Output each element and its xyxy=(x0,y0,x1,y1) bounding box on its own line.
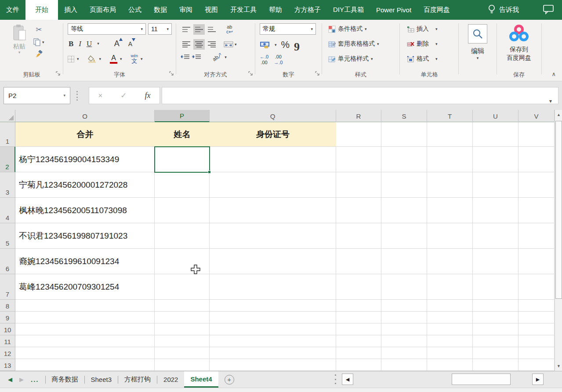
cell-U9[interactable] xyxy=(473,312,518,323)
align-top-button[interactable] xyxy=(181,24,192,35)
row-header-12[interactable]: 12 xyxy=(0,347,15,359)
decrease-decimal-button[interactable]: .00 →.0 xyxy=(274,54,283,65)
cell-R6[interactable] xyxy=(336,249,381,274)
cell-S3[interactable] xyxy=(381,172,427,198)
row-header-2[interactable]: 2 xyxy=(0,147,15,172)
delete-cells-button[interactable]: 删除 ▾ xyxy=(407,40,438,48)
fill-color-button[interactable] xyxy=(88,55,97,63)
more-sheets-button[interactable]: ... xyxy=(31,376,39,383)
shrink-font-button[interactable]: A xyxy=(128,40,132,47)
formula-bar-expand-icon[interactable]: ▾ xyxy=(549,98,552,104)
cell-U13[interactable] xyxy=(473,359,518,371)
column-header-U[interactable]: U xyxy=(473,110,518,122)
header-cell-Q1[interactable]: 身份证号 xyxy=(210,122,336,146)
paste-button[interactable]: 粘贴 ▾ xyxy=(8,24,31,54)
merge-center-button[interactable] xyxy=(224,41,233,47)
row-header-11[interactable]: 11 xyxy=(0,335,15,347)
align-bottom-button[interactable] xyxy=(206,24,218,35)
cell-P5[interactable] xyxy=(155,223,210,249)
cell-P10[interactable] xyxy=(155,323,210,335)
column-header-T[interactable]: T xyxy=(427,110,473,122)
format-cells-button[interactable]: 格式 ▾ xyxy=(407,55,438,63)
cell-V10[interactable] xyxy=(518,323,555,335)
currency-format-button[interactable] xyxy=(260,41,270,48)
cell-U6[interactable] xyxy=(473,249,518,274)
row-header-7[interactable]: 7 xyxy=(0,274,15,300)
cell-T1[interactable] xyxy=(427,122,473,147)
cell-O2[interactable]: 杨宁123456199004153349 xyxy=(15,147,155,172)
cell-T12[interactable] xyxy=(427,347,473,359)
increase-indent-button[interactable] xyxy=(192,54,201,60)
cell-R7[interactable] xyxy=(336,274,381,300)
align-middle-button[interactable] xyxy=(193,24,205,35)
cell-U2[interactable] xyxy=(473,147,518,172)
cell-Q3[interactable] xyxy=(210,172,336,198)
vertical-scrollbar[interactable]: ▲ ▼ xyxy=(555,110,562,371)
menu-tab-方方格子[interactable]: 方方格子 xyxy=(288,0,327,20)
cell-T3[interactable] xyxy=(427,172,473,198)
align-right-button[interactable] xyxy=(206,39,218,50)
sheet-tab-Sheet3[interactable]: Sheet3 xyxy=(85,371,118,388)
fill-handle[interactable] xyxy=(208,171,211,174)
cell-T9[interactable] xyxy=(427,312,473,323)
cell-R5[interactable] xyxy=(336,223,381,249)
column-header-P[interactable]: P xyxy=(155,110,210,122)
cell-O13[interactable] xyxy=(15,359,155,371)
prev-sheet-button[interactable]: ◀ xyxy=(8,376,12,383)
alignment-dialog-launcher[interactable] xyxy=(248,70,253,78)
cell-S7[interactable] xyxy=(381,274,427,300)
scroll-up-button[interactable]: ▲ xyxy=(555,110,562,120)
sheet-tab-商务数据[interactable]: 商务数据 xyxy=(46,371,84,388)
number-dialog-launcher[interactable] xyxy=(315,70,320,78)
wrap-text-button[interactable]: ab c↩ xyxy=(226,25,233,34)
format-as-table-button[interactable]: 套用表格格式 ▾ xyxy=(328,40,379,48)
grow-font-button[interactable]: A xyxy=(114,39,120,48)
cell-S9[interactable] xyxy=(381,312,427,323)
copy-button[interactable]: ▾ xyxy=(33,38,44,46)
cell-O5[interactable]: 不识君123456199807191023 xyxy=(15,223,155,249)
cell-P4[interactable] xyxy=(155,198,210,223)
collapse-ribbon-button[interactable]: ∧ xyxy=(551,71,556,77)
cell-Q10[interactable] xyxy=(210,323,336,335)
cell-V13[interactable] xyxy=(518,359,555,371)
italic-button[interactable]: I xyxy=(79,40,81,48)
format-painter-button[interactable] xyxy=(33,50,44,58)
cell-T11[interactable] xyxy=(427,335,473,347)
font-size-select[interactable]: 11 ▾ xyxy=(148,23,172,35)
horizontal-scroll-thumb[interactable] xyxy=(452,374,511,385)
cell-V7[interactable] xyxy=(518,274,555,300)
cell-V12[interactable] xyxy=(518,347,555,359)
menu-tab-DIY工具箱[interactable]: DIY工具箱 xyxy=(327,0,370,20)
cell-Q13[interactable] xyxy=(210,359,336,371)
cell-S10[interactable] xyxy=(381,323,427,335)
column-header-S[interactable]: S xyxy=(381,110,427,122)
name-box[interactable]: P2 ▾ xyxy=(4,87,70,104)
cell-V1[interactable] xyxy=(518,122,555,147)
cell-O4[interactable]: 枫林晚123456200511073098 xyxy=(15,198,155,223)
row-header-5[interactable]: 5 xyxy=(0,223,15,249)
cell-P9[interactable] xyxy=(155,312,210,323)
menu-tab-插入[interactable]: 插入 xyxy=(58,0,83,20)
cell-V4[interactable] xyxy=(518,198,555,223)
cell-S4[interactable] xyxy=(381,198,427,223)
cell-T6[interactable] xyxy=(427,249,473,274)
cell-T2[interactable] xyxy=(427,147,473,172)
cell-R2[interactable] xyxy=(336,147,381,172)
cell-U5[interactable] xyxy=(473,223,518,249)
cell-Q7[interactable] xyxy=(210,274,336,300)
insert-cells-button[interactable]: 插入 ▾ xyxy=(407,25,438,33)
scroll-left-button[interactable]: ◀ xyxy=(342,374,353,385)
row-header-9[interactable]: 9 xyxy=(0,312,15,323)
formula-input[interactable]: ▾ xyxy=(162,87,558,104)
menu-tab-百度网盘[interactable]: 百度网盘 xyxy=(417,0,456,20)
row-header-3[interactable]: 3 xyxy=(0,172,15,198)
cell-Q9[interactable] xyxy=(210,312,336,323)
row-header-4[interactable]: 4 xyxy=(0,198,15,223)
header-cell-O1[interactable]: 合并 xyxy=(15,122,155,146)
font-name-select[interactable]: 等线 ▾ xyxy=(68,23,146,35)
menu-tab-公式[interactable]: 公式 xyxy=(122,0,148,20)
cell-S13[interactable] xyxy=(381,359,427,371)
tell-me[interactable]: 告诉我 xyxy=(488,4,519,16)
cell-S12[interactable] xyxy=(381,347,427,359)
row-header-8[interactable]: 8 xyxy=(0,300,15,312)
